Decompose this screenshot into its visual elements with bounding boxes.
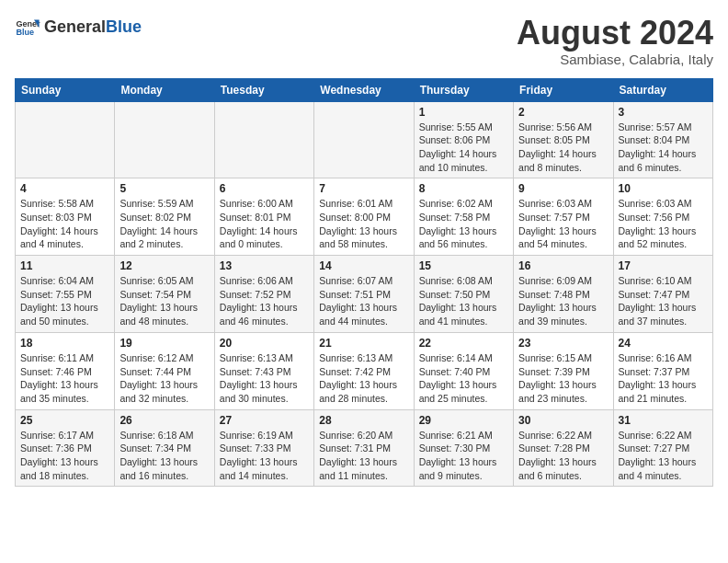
- day-number: 13: [220, 259, 309, 272]
- day-number: 31: [619, 414, 708, 427]
- calendar-cell-2: 13Sunrise: 6:06 AM Sunset: 7:52 PM Dayli…: [214, 256, 313, 333]
- day-number: 26: [119, 414, 209, 427]
- calendar-cell-3: 21Sunrise: 6:13 AM Sunset: 7:42 PM Dayli…: [314, 332, 414, 409]
- calendar-cell-1: 12Sunrise: 6:05 AM Sunset: 7:54 PM Dayli…: [115, 256, 214, 333]
- calendar-week-1: 1Sunrise: 5:55 AM Sunset: 8:06 PM Daylig…: [16, 101, 713, 178]
- calendar-week-2: 4Sunrise: 5:58 AM Sunset: 8:03 PM Daylig…: [16, 178, 713, 256]
- calendar-week-5: 25Sunrise: 6:17 AM Sunset: 7:36 PM Dayli…: [16, 409, 713, 487]
- day-info: Sunrise: 6:05 AM Sunset: 7:54 PM Dayligh…: [119, 274, 209, 328]
- day-info: Sunrise: 6:16 AM Sunset: 7:37 PM Dayligh…: [619, 351, 708, 406]
- day-number: 2: [518, 106, 608, 119]
- day-info: Sunrise: 6:07 AM Sunset: 7:51 PM Dayligh…: [319, 274, 408, 328]
- day-number: 25: [20, 414, 109, 427]
- day-info: Sunrise: 6:11 AM Sunset: 7:46 PM Dayligh…: [20, 351, 109, 406]
- day-info: Sunrise: 5:56 AM Sunset: 8:05 PM Dayligh…: [518, 121, 608, 175]
- weekday-header-tuesday: Tuesday: [214, 78, 313, 101]
- weekday-header-friday: Friday: [514, 78, 613, 101]
- calendar-cell-2: 6Sunrise: 6:00 AM Sunset: 8:01 PM Daylig…: [214, 178, 313, 256]
- day-info: Sunrise: 6:13 AM Sunset: 7:43 PM Dayligh…: [220, 351, 309, 406]
- calendar-cell-4: 15Sunrise: 6:08 AM Sunset: 7:50 PM Dayli…: [414, 256, 513, 333]
- calendar-week-3: 11Sunrise: 6:04 AM Sunset: 7:55 PM Dayli…: [16, 256, 713, 333]
- weekday-header-row: SundayMondayTuesdayWednesdayThursdayFrid…: [16, 78, 713, 101]
- day-number: 14: [319, 259, 408, 272]
- day-number: 20: [220, 337, 309, 350]
- calendar-cell-1: 19Sunrise: 6:12 AM Sunset: 7:44 PM Dayli…: [115, 332, 214, 409]
- calendar-cell-6: 31Sunrise: 6:22 AM Sunset: 7:27 PM Dayli…: [613, 409, 712, 487]
- calendar-cell-5: 23Sunrise: 6:15 AM Sunset: 7:39 PM Dayli…: [514, 332, 613, 409]
- calendar-cell-3: [314, 101, 414, 178]
- calendar-cell-1: 26Sunrise: 6:18 AM Sunset: 7:34 PM Dayli…: [115, 409, 214, 487]
- day-info: Sunrise: 6:19 AM Sunset: 7:33 PM Dayligh…: [220, 429, 309, 483]
- day-info: Sunrise: 6:06 AM Sunset: 7:52 PM Dayligh…: [220, 274, 309, 328]
- day-info: Sunrise: 6:08 AM Sunset: 7:50 PM Dayligh…: [419, 274, 508, 328]
- day-info: Sunrise: 6:00 AM Sunset: 8:01 PM Dayligh…: [220, 197, 309, 251]
- day-info: Sunrise: 6:15 AM Sunset: 7:39 PM Dayligh…: [518, 351, 608, 406]
- calendar-cell-2: [214, 101, 313, 178]
- day-number: 27: [220, 414, 309, 427]
- day-number: 28: [319, 414, 408, 427]
- calendar-cell-0: 18Sunrise: 6:11 AM Sunset: 7:46 PM Dayli…: [16, 332, 115, 409]
- calendar-cell-6: 10Sunrise: 6:03 AM Sunset: 7:56 PM Dayli…: [613, 178, 712, 256]
- calendar-cell-0: 4Sunrise: 5:58 AM Sunset: 8:03 PM Daylig…: [16, 178, 115, 256]
- day-number: 10: [619, 182, 708, 195]
- day-number: 8: [419, 182, 508, 195]
- day-info: Sunrise: 5:57 AM Sunset: 8:04 PM Dayligh…: [619, 121, 708, 175]
- day-number: 16: [518, 259, 608, 272]
- day-number: 21: [319, 337, 408, 350]
- calendar-cell-0: [16, 101, 115, 178]
- day-number: 4: [20, 182, 109, 195]
- calendar-body: 1Sunrise: 5:55 AM Sunset: 8:06 PM Daylig…: [16, 101, 713, 487]
- day-info: Sunrise: 6:17 AM Sunset: 7:36 PM Dayligh…: [20, 429, 109, 483]
- logo-general-text: GeneralBlue: [44, 18, 142, 37]
- calendar-table: SundayMondayTuesdayWednesdayThursdayFrid…: [15, 78, 713, 488]
- calendar-cell-2: 20Sunrise: 6:13 AM Sunset: 7:43 PM Dayli…: [214, 332, 313, 409]
- calendar-cell-4: 1Sunrise: 5:55 AM Sunset: 8:06 PM Daylig…: [414, 101, 513, 178]
- calendar-cell-6: 3Sunrise: 5:57 AM Sunset: 8:04 PM Daylig…: [613, 101, 712, 178]
- day-info: Sunrise: 6:03 AM Sunset: 7:56 PM Dayligh…: [619, 197, 708, 251]
- weekday-header-wednesday: Wednesday: [314, 78, 414, 101]
- day-number: 24: [619, 337, 708, 350]
- calendar-cell-4: 8Sunrise: 6:02 AM Sunset: 7:58 PM Daylig…: [414, 178, 513, 256]
- day-number: 6: [220, 182, 309, 195]
- day-number: 15: [419, 259, 508, 272]
- calendar-cell-3: 7Sunrise: 6:01 AM Sunset: 8:00 PM Daylig…: [314, 178, 414, 256]
- calendar-cell-4: 29Sunrise: 6:21 AM Sunset: 7:30 PM Dayli…: [414, 409, 513, 487]
- calendar-cell-3: 28Sunrise: 6:20 AM Sunset: 7:31 PM Dayli…: [314, 409, 414, 487]
- calendar-cell-5: 9Sunrise: 6:03 AM Sunset: 7:57 PM Daylig…: [514, 178, 613, 256]
- day-info: Sunrise: 6:13 AM Sunset: 7:42 PM Dayligh…: [319, 351, 408, 406]
- weekday-header-monday: Monday: [115, 78, 214, 101]
- calendar-week-4: 18Sunrise: 6:11 AM Sunset: 7:46 PM Dayli…: [16, 332, 713, 409]
- calendar-cell-1: [115, 101, 214, 178]
- calendar-cell-0: 25Sunrise: 6:17 AM Sunset: 7:36 PM Dayli…: [16, 409, 115, 487]
- day-info: Sunrise: 5:58 AM Sunset: 8:03 PM Dayligh…: [20, 197, 109, 251]
- day-number: 19: [119, 337, 209, 350]
- day-number: 3: [619, 106, 708, 119]
- day-info: Sunrise: 6:10 AM Sunset: 7:47 PM Dayligh…: [619, 274, 708, 328]
- day-number: 11: [20, 259, 109, 272]
- logo-icon: General Blue: [15, 15, 40, 40]
- calendar-header: SundayMondayTuesdayWednesdayThursdayFrid…: [16, 78, 713, 101]
- day-info: Sunrise: 6:18 AM Sunset: 7:34 PM Dayligh…: [119, 429, 209, 483]
- day-info: Sunrise: 6:04 AM Sunset: 7:55 PM Dayligh…: [20, 274, 109, 328]
- day-number: 7: [319, 182, 408, 195]
- day-info: Sunrise: 6:02 AM Sunset: 7:58 PM Dayligh…: [419, 197, 508, 251]
- day-number: 1: [419, 106, 508, 119]
- day-number: 12: [119, 259, 209, 272]
- weekday-header-sunday: Sunday: [16, 78, 115, 101]
- calendar-cell-1: 5Sunrise: 5:59 AM Sunset: 8:02 PM Daylig…: [115, 178, 214, 256]
- day-number: 30: [518, 414, 608, 427]
- day-number: 18: [20, 337, 109, 350]
- day-number: 17: [619, 259, 708, 272]
- day-info: Sunrise: 6:20 AM Sunset: 7:31 PM Dayligh…: [319, 429, 408, 483]
- day-info: Sunrise: 5:59 AM Sunset: 8:02 PM Dayligh…: [119, 197, 209, 251]
- calendar-cell-5: 30Sunrise: 6:22 AM Sunset: 7:28 PM Dayli…: [514, 409, 613, 487]
- logo: General Blue GeneralBlue: [15, 15, 142, 40]
- day-info: Sunrise: 6:21 AM Sunset: 7:30 PM Dayligh…: [419, 429, 508, 483]
- day-info: Sunrise: 6:09 AM Sunset: 7:48 PM Dayligh…: [518, 274, 608, 328]
- day-info: Sunrise: 6:12 AM Sunset: 7:44 PM Dayligh…: [119, 351, 209, 406]
- day-number: 5: [119, 182, 209, 195]
- day-number: 23: [518, 337, 608, 350]
- day-number: 29: [419, 414, 508, 427]
- page-header: General Blue GeneralBlue August 2024 Sam…: [15, 15, 713, 67]
- calendar-cell-4: 22Sunrise: 6:14 AM Sunset: 7:40 PM Dayli…: [414, 332, 513, 409]
